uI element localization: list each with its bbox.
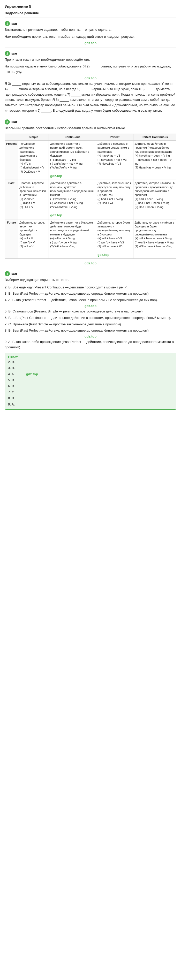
present-continuous: Действие в развитии в настоящий момент р… <box>49 140 96 180</box>
step3-header: 3 шаг <box>5 119 176 124</box>
page-subtitle: Подробное решение <box>5 11 176 15</box>
step2-header: 2 шаг <box>5 51 176 56</box>
answer-num-8: 8. <box>8 396 11 400</box>
col-header-0 <box>5 134 18 140</box>
answer-result-box: Ответ 2. B. 3. B. 4. A. gdz.top 5. B. 6.… <box>5 353 176 410</box>
table-row-present: Present Регулярное действие в настоящем,… <box>5 140 176 180</box>
step2-label: шаг <box>11 51 17 55</box>
watermark-2: gdz.top <box>84 76 97 80</box>
answer-explanation-2: 2. B. Всё ещё жду (Present Continuous — … <box>5 285 176 290</box>
answer-num-3: 3. <box>8 366 11 370</box>
answer-num-5: 5. <box>8 378 11 382</box>
answer-explanation-7: 7. C. Проехала (Past Simple — простое за… <box>5 322 176 327</box>
col-header-perfect: Perfect <box>96 134 133 140</box>
exercise-title: Упражнение 5 <box>5 4 176 8</box>
grammar-table: Simple Continuous Perfect Perfect Contin… <box>5 134 176 259</box>
step2-title: Прочитаем текст и при необходимости пере… <box>5 57 176 62</box>
answer-explanation-5: 5. B. Становилось (Present Simple — регу… <box>5 309 176 314</box>
tense-label-future: Future <box>5 219 18 258</box>
step3-label: шаг <box>11 120 17 124</box>
tense-label-present: Present <box>5 140 18 180</box>
answer-num-9: 9. <box>8 402 11 406</box>
present-perfect-continuous: Длительное действие в прошлом (незавершё… <box>133 140 176 180</box>
answer-explanation-8: 8. B. Был (Past Perfect — действие, прои… <box>5 328 176 333</box>
watermark-1: gdz.top <box>84 41 97 45</box>
past-simple: Простое, короткое действие в прошлом, бе… <box>18 180 49 219</box>
page: Упражнение 5 Подробное решение 1 шаг Вни… <box>0 0 181 414</box>
step3-title: Вспомним правила построения и использова… <box>5 126 176 131</box>
answer-val-7: C. <box>12 390 15 394</box>
watermark-3: gdz.top <box>84 261 97 265</box>
answer-val-3: B. <box>12 366 15 370</box>
answer-explanation-9: 9. A. Было какое-либо прохождение (Past … <box>5 339 176 350</box>
answer-explanations: 2. B. Всё ещё жду (Present Continuous — … <box>5 285 176 350</box>
step4-title: Выберем подходящие варианты ответов. <box>5 277 176 283</box>
past-perfect-continuous: Действие, которое началось в прошлом и п… <box>133 180 176 219</box>
step4-header: 4 шаг <box>5 271 176 276</box>
future-perfect-continuous: Действие, которое начнётся в будущем и б… <box>133 219 176 258</box>
answer-result-grid: 2. B. 3. B. 4. A. gdz.top 5. B. 6. B. 7.… <box>8 359 173 407</box>
answer-explanation-6: 6. B. Шёл (Past Continuous — длительное … <box>5 315 176 321</box>
step2-para2: Я 3) _____ нервным из-за собеседования, … <box>5 81 176 113</box>
tense-label-past: Past <box>5 180 18 219</box>
answer-explanation-3: 3. B. Был (Past Perfect — действие, прои… <box>5 291 176 296</box>
step1-header: 1 шаг <box>5 21 176 26</box>
answer-num-7: 7. <box>8 390 11 394</box>
watermark-answer: gdz.top <box>26 372 38 376</box>
watermark-5: gdz.top <box>84 334 97 338</box>
step3-badge: 3 <box>5 119 10 124</box>
step4-label: шаг <box>11 272 17 275</box>
past-continuous: Длительное действие в прошлом, действие … <box>49 180 96 219</box>
answer-val-8: B. <box>12 396 15 400</box>
table-row-past: Past Простое, короткое действие в прошло… <box>5 180 176 219</box>
answer-num-2: 2. <box>8 360 11 364</box>
future-perfect: Действие, которое будет завершено к опре… <box>96 219 133 258</box>
step1-title: Внимательно прочитаем задание, чтобы пон… <box>5 27 176 33</box>
answer-explanation-4: 4. A. Было (Present Perfect — действие, … <box>5 298 176 303</box>
table-row-future: Future Действие, которое, вероятно, прои… <box>5 219 176 258</box>
step1-badge: 1 <box>5 21 10 26</box>
answer-val-5: B. <box>12 378 15 382</box>
step1-label: шаг <box>11 22 17 25</box>
col-header-perfect-continuous: Perfect Continuous <box>133 134 176 140</box>
answer-val-2: B. <box>12 360 15 364</box>
answer-val-9: A. <box>12 402 15 406</box>
watermark-4: gdz.top <box>84 304 97 308</box>
step2-para1: На прошлой неделе у меня было собеседова… <box>5 64 176 75</box>
present-perfect: Действие в прошлом с видимым результатом… <box>96 140 133 180</box>
col-header-simple: Simple <box>18 134 49 140</box>
past-perfect: Действие, завершённое к определённому мо… <box>96 180 133 219</box>
future-continuous: Действие в развитии в будущем, действие,… <box>49 219 96 258</box>
answer-box-label: Ответ <box>8 355 173 359</box>
answer-val-6: B. <box>12 384 15 388</box>
present-simple: Регулярное действие в настоящем, расписа… <box>18 140 49 180</box>
col-header-continuous: Continuous <box>49 134 96 140</box>
future-simple: Действие, которое, вероятно, произойдёт … <box>18 219 49 258</box>
step1-body: Нам необходимо прочитать текст и выбрать… <box>5 34 176 40</box>
answer-num-4: 4. <box>8 372 11 376</box>
answer-num-6: 6. <box>8 384 11 388</box>
step2-badge: 2 <box>5 51 10 56</box>
step4-badge: 4 <box>5 271 10 276</box>
answer-val-4: A. <box>12 372 15 376</box>
